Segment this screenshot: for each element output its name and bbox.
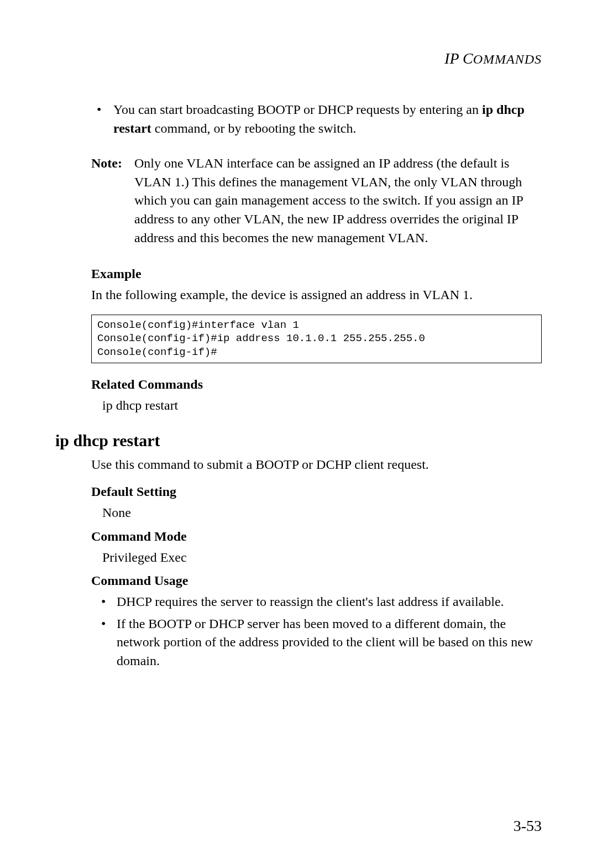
command-usage-heading: Command Usage <box>91 573 542 588</box>
page-header: IP COMMANDS <box>55 50 542 67</box>
bullet-list-item: • You can start broadcasting BOOTP or DH… <box>91 101 542 138</box>
command-mode-heading: Command Mode <box>91 529 542 544</box>
example-intro: In the following example, the device is … <box>91 286 542 305</box>
default-setting-heading: Default Setting <box>91 484 542 499</box>
bullet-text-part: You can start broadcasting BOOTP or DHCP… <box>113 102 482 117</box>
note-label: Note: <box>91 154 134 247</box>
example-heading: Example <box>91 266 542 281</box>
command-description: Use this command to submit a BOOTP or DC… <box>91 456 542 474</box>
bullet-marker: • <box>91 101 113 138</box>
related-commands-heading: Related Commands <box>91 377 542 392</box>
usage-bullet-item: • DHCP requires the server to reassign t… <box>91 593 542 611</box>
page-content: • You can start broadcasting BOOTP or DH… <box>55 101 542 671</box>
note-block: Note: Only one VLAN interface can be ass… <box>91 154 542 247</box>
usage-bullet-text: If the BOOTP or DHCP server has been mov… <box>117 615 542 671</box>
usage-bullet-text: DHCP requires the server to reassign the… <box>117 593 542 611</box>
header-prefix: IP C <box>444 50 473 67</box>
usage-bullet-item: • If the BOOTP or DHCP server has been m… <box>91 615 542 671</box>
command-mode-value: Privileged Exec <box>91 548 542 567</box>
related-commands-text: ip dhcp restart <box>91 396 542 415</box>
code-block: Console(config)#interface vlan 1 Console… <box>91 315 542 363</box>
note-text: Only one VLAN interface can be assigned … <box>134 154 542 247</box>
page-number: 3-53 <box>514 817 542 835</box>
default-setting-value: None <box>91 504 542 522</box>
command-title: ip dhcp restart <box>55 431 542 450</box>
bullet-marker: • <box>101 615 117 671</box>
bullet-text-part: command, or by rebooting the switch. <box>151 121 357 135</box>
bullet-marker: • <box>101 593 117 611</box>
bullet-text: You can start broadcasting BOOTP or DHCP… <box>113 101 542 138</box>
header-suffix: OMMANDS <box>473 52 542 66</box>
